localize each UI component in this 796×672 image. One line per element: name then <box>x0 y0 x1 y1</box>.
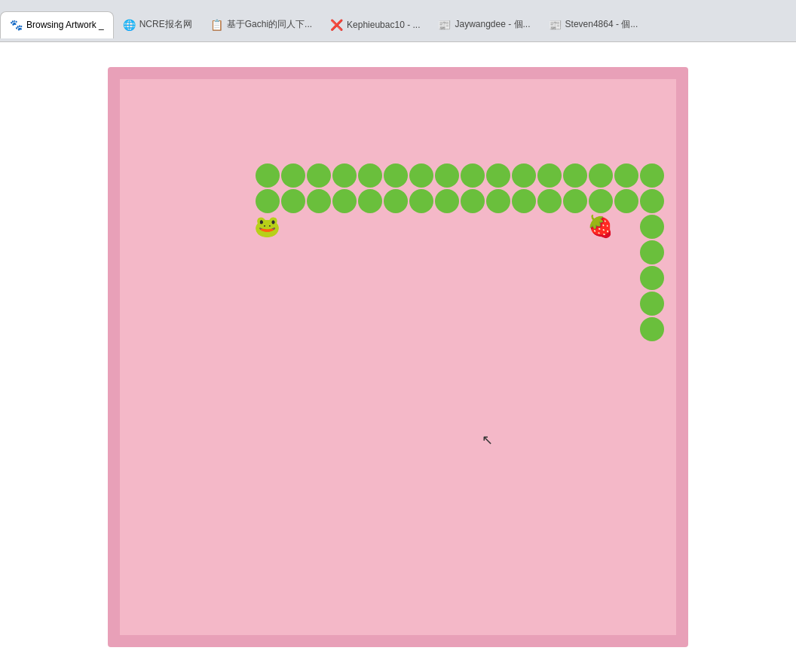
snake-segment-16 <box>640 215 664 239</box>
tab-browsing[interactable]: 🐾Browsing Artwork _ <box>0 11 114 38</box>
snake-segment-29 <box>435 163 459 188</box>
tab-browsing-label: Browsing Artwork _ <box>26 20 104 30</box>
snake-segment-36 <box>256 163 280 188</box>
tab-jaywang-label: Jaywangdee - 個... <box>455 18 530 31</box>
snake-segment-27 <box>486 163 510 188</box>
snake-head: 🐸 <box>254 213 280 239</box>
snake-segment-19 <box>640 292 664 316</box>
snake-segment-4 <box>358 189 382 213</box>
snake-segment-8 <box>461 189 485 213</box>
snake-segment-26 <box>512 163 536 188</box>
tab-ncre-label: NCRE报名网 <box>139 18 192 31</box>
tab-kephieu-favicon: ❌ <box>330 19 342 31</box>
snake-segment-17 <box>640 240 664 264</box>
snake-segment-11 <box>537 189 562 213</box>
snake-segment-20 <box>640 317 664 341</box>
snake-segment-14 <box>614 189 638 213</box>
snake-segment-9 <box>486 189 510 213</box>
tab-gachi-favicon: 📋 <box>210 19 222 31</box>
tab-ncre-favicon: 🌐 <box>123 19 135 31</box>
tab-ncre[interactable]: 🌐NCRE报名网 <box>114 11 201 38</box>
game-area[interactable]: ↖ 🐸🍓 <box>108 67 688 647</box>
tab-steven-label: Steven4864 - 個... <box>565 18 638 31</box>
tab-gachi[interactable]: 📋基于Gachi的同人下... <box>201 11 321 38</box>
snake-segment-30 <box>409 163 433 188</box>
snake-segment-15 <box>640 189 664 213</box>
tab-gachi-label: 基于Gachi的同人下... <box>227 18 312 31</box>
snake-segment-3 <box>332 189 357 213</box>
tab-jaywang[interactable]: 📰Jaywangdee - 個... <box>429 11 539 38</box>
snake-segment-35 <box>281 163 305 188</box>
snake-segment-21 <box>640 163 664 188</box>
snake-segment-18 <box>640 266 664 290</box>
snake-segment-0 <box>256 189 280 213</box>
tab-bar: 🐾Browsing Artwork _🌐NCRE报名网📋基于Gachi的同人下.… <box>0 0 796 42</box>
tab-steven[interactable]: 📰Steven4864 - 個... <box>540 11 648 38</box>
tab-kephieu-label: Kephieubac10 - ... <box>347 20 420 30</box>
snake-segment-31 <box>384 163 408 188</box>
snake-segment-34 <box>307 163 331 188</box>
snake-segment-5 <box>384 189 408 213</box>
cursor-indicator: ↖ <box>482 432 493 448</box>
snake-segment-7 <box>435 189 459 213</box>
food-item: 🍓 <box>587 213 613 239</box>
snake-segment-28 <box>461 163 485 188</box>
browser-content: ↖ 🐸🍓 <box>0 42 796 672</box>
tab-kephieu[interactable]: ❌Kephieubac10 - ... <box>321 11 429 38</box>
tab-jaywang-favicon: 📰 <box>438 19 450 31</box>
snake-segment-10 <box>512 189 536 213</box>
snake-segment-1 <box>281 189 305 213</box>
snake-segment-12 <box>563 189 587 213</box>
snake-segment-13 <box>589 189 613 213</box>
snake-segment-32 <box>358 163 382 188</box>
snake-segment-2 <box>307 189 331 213</box>
snake-segment-6 <box>409 189 433 213</box>
game-inner: ↖ 🐸🍓 <box>120 79 676 635</box>
snake-segment-22 <box>614 163 638 188</box>
snake-segment-33 <box>332 163 357 188</box>
snake-segment-24 <box>563 163 587 188</box>
snake-segment-23 <box>589 163 613 188</box>
tab-browsing-favicon: 🐾 <box>10 19 22 31</box>
tab-steven-favicon: 📰 <box>549 19 561 31</box>
snake-segment-25 <box>537 163 562 188</box>
